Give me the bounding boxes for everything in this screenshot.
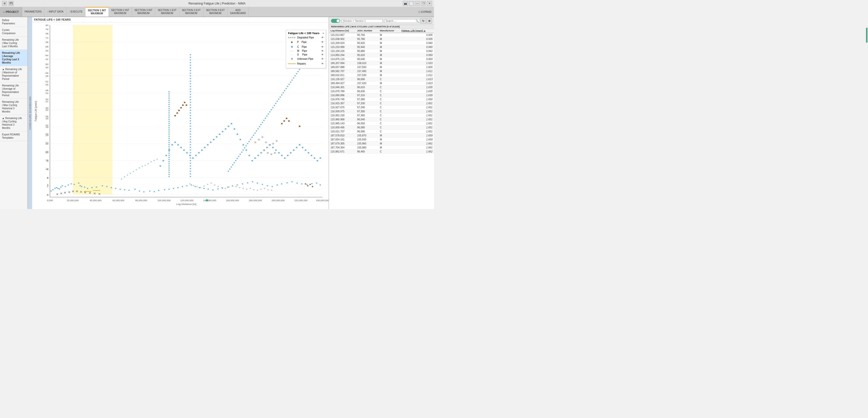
sidebar-item-remaining-max[interactable]: Remaining Life| Max CyclingLast 3 Months [0,37,27,50]
table-row[interactable]: 116,070.789 96,630 C 1.635 [329,89,434,93]
tab-section3-int-max[interactable]: SECTION 3 INTMAXIMUM [132,7,155,17]
sidebar-label-remaining-max: Remaining Life| Max CyclingLast 3 Months [2,38,19,48]
expand-button[interactable]: ⬡ EXPAND [416,7,434,17]
table-row[interactable]: 116,890.896 97,310 C 1.639 [329,93,434,97]
table-row[interactable]: 189,582.707 157,490 M 1.611 [329,69,434,73]
legend-eye-s-pipe[interactable]: 👁 [321,53,324,56]
restore-btn[interactable]: ❐ [421,1,426,6]
table-row[interactable]: 114,875.115 95,640 M 0.959 [329,57,434,61]
tab-section1-ext-max[interactable]: SECTION 1 EXTMAXIMUM [155,7,179,17]
table-row[interactable]: 190,207.094 158,010 M 1.533 [329,61,434,65]
table-row[interactable]: 115,233.999 95,940 M 0.940 [329,45,434,49]
chart-container[interactable]: 0 4 8 12 16 20 24 28 32 36 40 44 48 52 5… [32,22,329,208]
legend-label-repairs: Repairs [297,62,306,65]
table-row[interactable]: 189,632.811 157,530 M 1.611 [329,73,434,78]
table-row[interactable]: 187,578.810 155,870 M 1.659 [329,133,434,138]
table-row[interactable]: 187,654.161 155,930 M 1.659 [329,138,434,142]
table-row[interactable]: 116,939.975 97,350 C 1.651 [329,110,434,114]
table-row[interactable]: 114,850.294 95,620 M 0.959 [329,53,434,57]
table-row[interactable]: 115,862.671 96,460 C 1.662 [329,150,434,154]
sidebar-item-remaining-max-rep[interactable]: ▲ Remaining Life| Maximum ofRepresentati… [0,66,27,82]
sidebar-item-remaining-avg[interactable]: Remaining Life| AverageCycling Last 3Mon… [0,50,27,66]
filter-input-container[interactable] [342,19,383,23]
table-row[interactable]: 115,985.143 96,560 C 1.651 [329,122,434,126]
legend-eye-unknown-pipe[interactable]: 👁 [321,58,324,60]
close-btn[interactable]: ✕ [427,1,432,6]
table-row[interactable]: 115,013.867 95,760 M 0.935 [329,33,434,37]
file-btn[interactable]: 📄 [409,1,414,6]
minimize-btn[interactable]: — [415,1,420,6]
tab-section2-int-max[interactable]: SECTION 2 INTMAXIMUM [109,7,132,17]
legend-expand-icon[interactable]: › [323,32,324,35]
table-row[interactable]: 189,494.927 157,420 M 1.623 [329,81,434,85]
table-row[interactable]: 116,952.230 97,360 C 1.651 [329,114,434,118]
legend-eye-c-pipe[interactable]: 👁 [321,46,324,48]
tab-add-dashboard-label: ADDDASHBOARD [230,9,246,15]
svg-rect-385 [225,188,226,189]
svg-rect-113 [212,189,214,190]
tab-section2-ext-max[interactable]: SECTION 2 EXTMAXIMUM [179,7,204,17]
data-table[interactable]: Log Distance [m] Joint_Number Manufactur… [329,29,434,209]
sidebar-item-export[interactable]: Export ROAIMSTemplates [0,131,27,141]
cell-manufacturer: C [378,118,400,122]
table-row[interactable]: 116,009.495 96,580 C 1.651 [329,126,434,130]
sidebar-item-define-params[interactable]: DefineParameters [0,17,27,27]
col-header-log-distance[interactable]: Log Distance [m] [329,29,355,33]
configure-dashboard-strip[interactable]: CONFIGURE DASHBOARD [28,17,32,209]
svg-rect-234 [190,171,191,172]
table-row[interactable]: 115,038.902 95,780 M 0.935 [329,37,434,41]
legend-eye-p-pipe[interactable]: 👁 [321,41,324,43]
svg-rect-225 [168,104,170,105]
tab-add-dashboard[interactable]: ADDDASHBOARD [227,7,249,17]
icon-btn-1[interactable]: ⊞ [2,1,7,6]
cell-manufacturer: C [378,106,400,110]
filter-input[interactable] [343,20,381,22]
sidebar-item-remaining-max-hist[interactable]: Remaining Life| Max CyclingHistorical 3M… [0,99,27,115]
legend-eye-degraded[interactable]: 👁 [321,36,324,39]
tab-execute[interactable]: ✓ EXECUTE [66,7,85,17]
table-row[interactable]: 116,021.707 96,590 C 1.651 [329,130,434,133]
tab-parameters[interactable]: PARAMETERS [22,7,44,17]
svg-text:36: 36 [45,41,49,43]
data-panel: 🔍 ↻ ⚙ REMAINING LIFE | MAX CYCLING LAST … [329,17,434,209]
svg-rect-222 [168,110,170,111]
col-header-fatigue-life[interactable]: Fatigue_Life [years] ▲ [400,29,434,33]
screenshot-btn[interactable]: 📷 [403,1,408,6]
search-icon[interactable]: 🔍 [416,20,419,22]
table-row[interactable]: 116,915.357 97,330 C 1.651 [329,101,434,106]
table-row[interactable]: 189,657.888 157,550 M 1.605 [329,65,434,69]
search-container: 🔍 ↻ ⚙ [384,18,432,24]
svg-rect-237 [190,163,191,164]
sidebar-item-cycles[interactable]: CyclesComparison [0,27,27,37]
search-input[interactable] [385,20,416,22]
cell-manufacturer: C [378,93,400,97]
col-header-joint-number[interactable]: Joint_Number [355,29,378,33]
toggle-switch[interactable] [331,19,340,23]
table-row[interactable]: 115,159.226 95,880 M 0.942 [329,49,434,53]
sidebar-item-remaining-avg-hist[interactable]: ▲ Remaining Life| Avg CyclingHistorical … [0,115,27,131]
legend-eye-repairs[interactable]: 👁 [321,62,324,65]
table-row[interactable]: 116,976.745 97,380 C 1.650 [329,97,434,101]
search-input-wrapper[interactable]: 🔍 [384,19,420,23]
table-row[interactable]: 116,927.675 97,340 C 1.651 [329,106,434,110]
table-row[interactable]: 116,046.301 96,610 C 1.635 [329,85,434,89]
svg-rect-244 [190,144,191,145]
icon-btn-2[interactable]: 💾 [8,1,13,6]
legend-eye-m-pipe[interactable]: 👁 [321,50,324,52]
sidebar-item-remaining-avg-rep[interactable]: Remaining Life| Average ofRepresentative… [0,82,27,99]
tab-input-data[interactable]: ✓ INPUT DATA [44,7,66,17]
svg-rect-165 [246,149,247,151]
tab-section3-ext-max[interactable]: SECTION 3 EXTMAXIMUM [204,7,227,17]
table-row[interactable]: 187,679.305 155,960 M 1.661 [329,142,434,146]
svg-rect-305 [247,143,248,144]
home-tab[interactable]: ⌂ PROJECT [0,7,22,17]
settings-btn[interactable]: ⚙ [427,18,432,24]
table-row[interactable]: 187,704.354 155,980 M 1.661 [329,146,434,150]
svg-text:20: 20 [45,109,49,111]
tab-section1-int-max[interactable]: SECTION 1 INTMAXIMUM [85,7,109,17]
refresh-btn[interactable]: ↻ [421,18,426,24]
table-row[interactable]: 115,209.024 95,920 M 0.940 [329,41,434,45]
table-row[interactable]: 116,135.027 96,690 C 1.613 [329,78,434,81]
col-header-manufacturer[interactable]: Manufacturer [378,29,400,33]
table-row[interactable]: 115,960.968 96,540 C 1.651 [329,118,434,122]
